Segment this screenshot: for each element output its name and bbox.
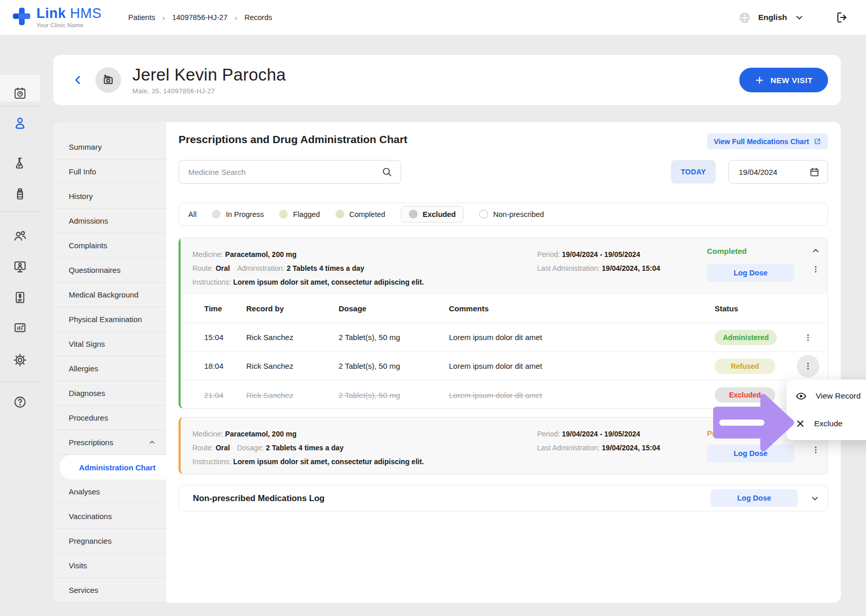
medication-card-prescribed: Medicine: Paracetamol, 200 mg Route: Ora… [179,417,828,474]
menu-item-exclude[interactable]: Exclude [786,410,866,438]
medication-card-completed: Medicine: Paracetamol, 200 mg Route: Ora… [179,237,828,409]
col-time: Time [204,304,246,313]
breadcrumb-records: Records [244,13,272,22]
card-kebab-menu-button[interactable] [807,441,824,459]
nav-item-medical-background[interactable]: Medical Background [53,283,166,307]
external-link-icon [814,137,821,145]
chevron-down-icon[interactable] [794,12,804,23]
kebab-icon [811,265,820,274]
kebab-icon [811,445,820,454]
patients-person-icon[interactable] [13,116,28,131]
breadcrumb-patient-id[interactable]: 14097856-HJ-27 [172,13,227,22]
instructions-line: Instructions: Lorem ipsum dolor sit amet… [192,275,537,289]
chevron-up-icon [811,246,820,255]
row-kebab-menu-button-open[interactable] [797,355,819,377]
patient-name: Jerel Kevin Parocha [132,65,286,85]
appointments-calendar-icon[interactable] [13,87,27,101]
close-x-icon [795,419,805,429]
breadcrumb-patients[interactable]: Patients [128,13,155,22]
nav-item-allergies[interactable]: Allergies [53,356,166,381]
filter-in-progress[interactable]: In Progress [212,210,264,218]
app-logo[interactable]: Link HMS Your Clinic Name [13,7,102,29]
table-header-row: Time Record by Dosage Comments Status [181,294,828,323]
nav-item-admissions[interactable]: Admissions [53,209,166,233]
col-record-by: Record by [246,304,339,313]
lab-flask-icon[interactable] [13,156,27,170]
nav-item-physical-examination[interactable]: Physical Examination [53,307,166,332]
log-dose-button[interactable]: Log Dose [711,489,798,507]
table-row: 18:04 Rick Sanchez 2 Tablet(s), 50 mg Lo… [181,352,828,381]
nav-item-administration-chart-active[interactable]: Administration Chart [60,455,166,480]
help-icon[interactable] [13,395,27,409]
nav-item-services[interactable]: Services [53,578,166,603]
camera-plus-icon [101,73,115,87]
medication-card-header: Medicine: Paracetamol, 200 mg Route: Ora… [181,418,828,474]
nav-item-summary[interactable]: Summary [53,135,166,160]
nav-item-procedures[interactable]: Procedures [53,406,166,430]
status-badge-excluded: Excluded [715,387,775,403]
nav-item-full-info[interactable]: Full Info [53,160,166,184]
pill-bottle-icon[interactable] [13,187,27,201]
nav-item-pregnancies[interactable]: Pregnancies [53,529,166,553]
back-button[interactable] [72,74,84,86]
expand-section-button[interactable] [810,493,820,503]
menu-item-view-record[interactable]: View Record [786,382,866,410]
col-comments: Comments [449,304,715,313]
page-title: Prescriptions and Drug Administration Ch… [179,133,407,146]
route-dosage-line: Route: OralDosage: 2 Tablets 4 times a d… [192,441,537,455]
log-dose-button[interactable]: Log Dose [707,445,794,462]
nav-item-visits[interactable]: Visits [53,553,166,578]
non-prescribed-title: Non-prescribed Medications Log [193,493,325,503]
settings-gear-icon[interactable] [13,353,27,367]
status-filter-bar: All In Progress Flagged Completed Exclud… [179,203,828,226]
nav-item-vaccinations[interactable]: Vaccinations [53,504,166,529]
logo-cross-icon [13,7,30,26]
nav-item-prescriptions[interactable]: Prescriptions [53,430,166,455]
non-prescribed-radio [479,210,488,218]
nav-item-complaints[interactable]: Complaints [53,233,166,258]
filter-excluded-selected[interactable]: Excluded [401,206,464,223]
view-full-medications-chart-link[interactable]: View Full Medications Chart [707,133,828,149]
billing-invoice-icon[interactable] [13,291,27,305]
medicine-line: Medicine: Paracetamol, 200 mg [192,427,537,441]
row-kebab-menu-button[interactable] [797,326,819,349]
status-badge-refused: Refused [715,359,775,374]
date-picker[interactable]: 19/04/2024 [729,160,828,184]
breadcrumb: Patients › 14097856-HJ-27 › Records [128,13,272,22]
telehealth-monitor-icon[interactable] [13,260,27,274]
medicine-search-input[interactable] [188,168,381,176]
filter-completed[interactable]: Completed [336,210,385,218]
filter-all[interactable]: All [188,210,196,218]
filter-non-prescribed[interactable]: Non-prescribed [479,210,544,218]
period-line: Period: 19/04/2024 - 19/05/2024 [537,248,828,262]
administration-table: Time Record by Dosage Comments Status 15… [181,294,828,409]
table-row: 15:04 Rick Sanchez 2 Tablet(s), 50 mg Lo… [181,323,828,352]
patient-avatar-photo-upload[interactable] [95,67,121,93]
collapse-card-button[interactable] [807,242,824,260]
card-kebab-menu-button[interactable] [807,261,824,278]
log-dose-button[interactable]: Log Dose [707,264,794,282]
logout-icon[interactable] [835,11,849,24]
table-row-excluded: 21:04 Rick Sanchez 2 Tablet(s), 50 mg Lo… [181,381,828,409]
non-prescribed-log-bar: Non-prescribed Medications Log Log Dose [179,485,828,511]
new-visit-button[interactable]: NEW VISIT [739,68,828,92]
staff-people-icon[interactable] [13,229,27,243]
search-icon[interactable] [381,166,392,177]
instructions-line: Instructions: Lorem ipsum dolor sit amet… [192,455,537,469]
nav-item-vital-signs[interactable]: Vital Signs [53,332,166,356]
language-selector[interactable]: English [758,13,787,22]
calendar-icon [809,167,820,177]
reports-chart-icon[interactable] [13,321,27,335]
date-value: 19/04/2024 [739,168,777,176]
nav-item-diagnoses[interactable]: Diagnoses [53,381,166,406]
medicine-search [179,160,401,184]
filter-flagged[interactable]: Flagged [279,210,320,218]
icon-rail [0,35,40,616]
nav-item-questionnaires[interactable]: Questionnaires [53,258,166,283]
nav-item-analyses[interactable]: Analyses [53,480,166,504]
brand-name: Link HMS [36,6,102,21]
today-button[interactable]: TODAY [671,160,716,184]
nav-item-history[interactable]: History [53,184,166,209]
patient-header-card: Jerel Kevin Parocha Male, 35, 14097856-H… [53,55,841,105]
administration-chart-content: Prescriptions and Drug Administration Ch… [166,122,841,603]
